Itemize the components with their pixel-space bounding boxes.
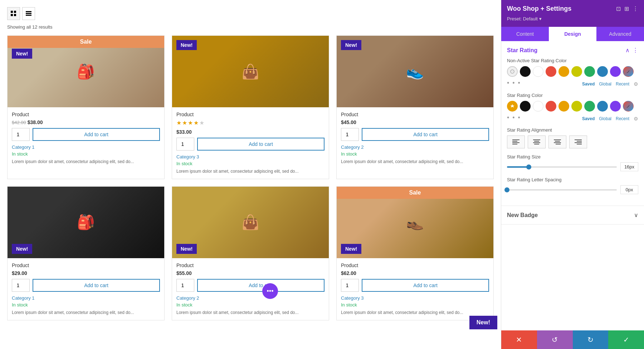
quantity-input[interactable] xyxy=(12,279,30,292)
new-badge-section: New Badge ∨ xyxy=(501,206,644,225)
save-icon: ✓ xyxy=(623,335,629,344)
dots-icon: ••• xyxy=(267,287,274,295)
swatch-red[interactable] xyxy=(546,101,556,112)
category-link[interactable]: Category 2 xyxy=(341,144,489,150)
new-badge-preview: New! xyxy=(469,316,497,329)
more-icon[interactable]: ⋮ xyxy=(633,5,638,12)
swatch-orange[interactable] xyxy=(558,66,569,77)
active-color-picker-btn[interactable] xyxy=(507,101,518,112)
product-info: Product $62.00 Add to cart Category 3 In… xyxy=(337,258,493,320)
list-view-button[interactable] xyxy=(22,7,35,20)
category-link[interactable]: Category 1 xyxy=(12,295,160,301)
swatch-orange[interactable] xyxy=(558,101,569,112)
product-card: 👟 New! Product $45.00 Add to cart Catego… xyxy=(336,35,494,179)
svg-rect-11 xyxy=(512,144,517,144)
size-slider-value[interactable]: 16px xyxy=(620,162,638,171)
align-left-button[interactable] xyxy=(507,136,525,148)
swatch-black[interactable] xyxy=(520,101,531,112)
color-gear-button[interactable]: ⚙ xyxy=(634,116,638,122)
swatch-purple[interactable] xyxy=(610,101,621,112)
add-to-cart-button[interactable]: Add to cart xyxy=(197,138,325,151)
in-stock-label: In stock xyxy=(176,302,325,308)
svg-rect-5 xyxy=(26,13,31,14)
swatch-white[interactable] xyxy=(533,66,543,77)
undo-button[interactable]: ↺ xyxy=(537,330,573,349)
layout-icon[interactable]: ⊞ xyxy=(624,5,629,12)
category-link[interactable]: Category 3 xyxy=(341,295,489,301)
grid-view-button[interactable] xyxy=(7,7,20,20)
focus-icon[interactable]: ⊡ xyxy=(616,5,621,12)
swatch-yellow[interactable] xyxy=(571,101,582,112)
svg-rect-2 xyxy=(11,14,13,16)
non-active-more-button[interactable]: • • • xyxy=(507,79,521,87)
add-to-cart-wrap: Add to cart xyxy=(12,128,160,141)
section-collapse-button[interactable]: ∧ xyxy=(625,47,630,54)
swatch-green[interactable] xyxy=(584,101,595,112)
tab-design[interactable]: Design xyxy=(549,27,596,41)
align-center-left-button[interactable] xyxy=(528,136,546,148)
quantity-input[interactable] xyxy=(176,138,194,151)
letter-spacing-slider-value[interactable]: 0px xyxy=(620,185,638,194)
swatch-purple[interactable] xyxy=(610,66,621,77)
settings-preset[interactable]: Preset: Default ▾ xyxy=(507,16,542,21)
floating-dots-button[interactable]: ••• xyxy=(262,283,278,299)
recent-tab[interactable]: Recent xyxy=(616,82,629,87)
global-tab[interactable]: Global xyxy=(599,116,611,121)
non-active-color-picker-btn[interactable] xyxy=(507,66,518,77)
align-center-right-button[interactable] xyxy=(548,136,566,148)
add-to-cart-wrap: Add to cart xyxy=(176,138,325,151)
quantity-input[interactable] xyxy=(12,128,30,141)
swatch-green[interactable] xyxy=(584,66,595,77)
product-description: Lorem ipsum dolor sit amet, consectetur … xyxy=(176,168,325,174)
size-slider-thumb[interactable] xyxy=(526,164,531,169)
recent-tab[interactable]: Recent xyxy=(616,116,629,121)
price-new: $33.00 xyxy=(176,129,192,135)
redo-icon: ↻ xyxy=(587,335,594,344)
tab-advanced[interactable]: Advanced xyxy=(596,27,644,41)
swatch-gradient[interactable]: ⟋ xyxy=(623,66,634,77)
add-to-cart-button[interactable]: Add to cart xyxy=(33,128,160,141)
swatch-yellow[interactable] xyxy=(571,66,582,77)
swatch-blue[interactable] xyxy=(597,66,608,77)
swatch-gradient[interactable]: ⟋ xyxy=(623,101,634,112)
swatch-red[interactable] xyxy=(546,66,556,77)
letter-spacing-slider-thumb[interactable] xyxy=(504,187,509,192)
settings-header: Woo Shop + Settings ⊡ ⊞ ⋮ Preset: Defaul… xyxy=(501,0,644,27)
quantity-input[interactable] xyxy=(341,279,359,292)
cancel-button[interactable]: ✕ xyxy=(501,330,537,349)
section-more-button[interactable]: ⋮ xyxy=(633,47,638,54)
add-to-cart-button[interactable]: Add to cart xyxy=(33,279,160,292)
global-tab[interactable]: Global xyxy=(599,82,611,87)
save-button[interactable]: ✓ xyxy=(608,330,644,349)
category-link[interactable]: Category 1 xyxy=(12,144,160,150)
align-right-button[interactable] xyxy=(569,136,587,148)
non-active-color-tabs: Saved Global Recent ⚙ xyxy=(582,81,638,87)
category-link[interactable]: Category 2 xyxy=(176,295,325,301)
quantity-input[interactable] xyxy=(176,279,194,292)
saved-tab[interactable]: Saved xyxy=(582,116,595,121)
sale-banner: Sale xyxy=(8,36,164,48)
category-link[interactable]: Category 3 xyxy=(176,154,325,159)
svg-rect-3 xyxy=(14,14,16,16)
add-to-cart-button[interactable]: Add to cart xyxy=(362,128,489,141)
swatch-blue[interactable] xyxy=(597,101,608,112)
active-more-button[interactable]: • • • xyxy=(507,114,521,122)
swatch-white[interactable] xyxy=(533,101,543,112)
active-color-setting: Star Rating Color ⟋ xyxy=(507,93,638,122)
saved-tab[interactable]: Saved xyxy=(582,82,595,87)
swatch-black[interactable] xyxy=(520,66,531,77)
star-3: ★ xyxy=(188,119,193,126)
new-badge-collapse-button[interactable]: ∨ xyxy=(634,212,638,218)
add-to-cart-wrap: Add to cart xyxy=(341,128,489,141)
redo-button[interactable]: ↻ xyxy=(573,330,609,349)
letter-spacing-slider-track xyxy=(507,189,617,191)
svg-rect-15 xyxy=(534,144,539,144)
add-to-cart-button[interactable]: Add to cart xyxy=(362,279,489,292)
add-to-cart-wrap: Add to cart xyxy=(12,279,160,292)
quantity-input[interactable] xyxy=(341,128,359,141)
tab-content[interactable]: Content xyxy=(501,27,549,41)
section-controls: ∧ ⋮ xyxy=(625,47,638,54)
color-gear-button[interactable]: ⚙ xyxy=(634,81,638,87)
cancel-icon: ✕ xyxy=(516,335,522,344)
add-to-cart-button[interactable]: Add to cart xyxy=(197,279,325,292)
